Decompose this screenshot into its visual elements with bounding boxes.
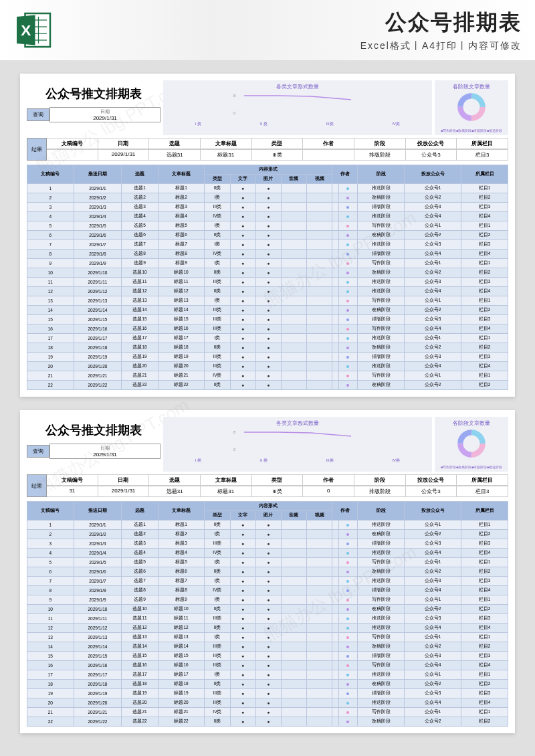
table-row: 222029/1/22选题22标题22 II类●● 改稿阶段公众号2栏目2 [27, 381, 508, 390]
table-row: 192029/1/19选题19标题19 III类●● 排版阶段公众号3栏目3 [27, 689, 508, 698]
table-row: 72029/1/7选题7标题7 I类●● 推送阶段公众号3栏目3 [27, 577, 508, 586]
query-label: 查询 [27, 108, 49, 121]
svg-text:0: 0 [233, 111, 236, 115]
svg-text:X: X [21, 22, 31, 39]
table-row: 102029/1/10选题10标题10 II类●● 改稿阶段公众号2栏目2 [27, 605, 508, 614]
table-row: 92029/1/9选题9标题9 I类●● 写作阶段公众号1栏目1 [27, 595, 508, 605]
table-row: 132029/1/13选题13标题13 I类●● 写作阶段公众号1栏目1 [27, 296, 508, 306]
table-row: 202029/1/20选题20标题20 III类●● 推送阶段公众号4栏目4 [27, 698, 508, 708]
svg-text:0: 0 [233, 448, 236, 452]
query-date-cell[interactable]: 日期 2029/1/31 [49, 107, 160, 122]
table-row: 22029/1/2选题2标题2 I类●● 改稿阶段公众号2栏目2 [27, 193, 508, 203]
table-row: 62029/1/6选题6标题6 II类●● 改稿阶段公众号2栏目2 [27, 567, 508, 577]
svg-text:8: 8 [233, 430, 236, 434]
table-row: 152029/1/15选题15标题15 III类●● 排版阶段公众号3栏目3 [27, 315, 508, 324]
table-row: 22029/1/2选题2标题2 I类●● 改稿阶段公众号2栏目2 [27, 530, 508, 539]
table-row: 162029/1/16选题16标题16 III类●● 写作阶段公众号4栏目4 [27, 324, 508, 334]
table-row: 152029/1/15选题15标题15 III类●● 排版阶段公众号3栏目3 [27, 652, 508, 661]
donut-chart: 各阶段文章数量 ■写作阶段■改稿阶段■排版阶段■推送阶段 [435, 80, 508, 135]
table-row: 112029/1/11选题11标题11 III类●● 推送阶段公众号3栏目3 [27, 614, 508, 624]
table-row: 172029/1/17选题17标题17 I类●● 推送阶段公众号1栏目1 [27, 334, 508, 343]
excel-icon: X [13, 10, 54, 50]
table-row: 162029/1/16选题16标题16 III类●● 写作阶段公众号4栏目4 [27, 661, 508, 670]
svg-text:8: 8 [233, 94, 236, 98]
table-row: 82029/1/8选题8标题8 IV类●● 排版阶段公众号4栏目4 [27, 250, 508, 259]
table-row: 132029/1/13选题13标题13 I类●● 写作阶段公众号1栏目1 [27, 633, 508, 642]
query-date-cell[interactable]: 日期 2029/1/31 [49, 444, 160, 459]
table-row: 42029/1/4选题4标题4 IV类●● 推送阶段公众号4栏目4 [27, 549, 508, 558]
table-row: 42029/1/4选题4标题4 IV类●● 推送阶段公众号4栏目4 [27, 212, 508, 221]
table-row: 32029/1/3选题3标题3 III类●● 排版阶段公众号3栏目3 [27, 203, 508, 212]
table-row: 92029/1/9选题9标题9 I类●● 写作阶段公众号1栏目1 [27, 259, 508, 268]
table-row: 142029/1/14选题14标题14 III类●● 改稿阶段公众号2栏目2 [27, 642, 508, 652]
table-row: 102029/1/10选题10标题10 II类●● 改稿阶段公众号2栏目2 [27, 268, 508, 278]
sheet-title: 公众号推文排期表 [27, 80, 160, 107]
banner-title: 公众号排期表 [63, 8, 522, 37]
query-label: 查询 [27, 445, 49, 458]
spreadsheet-preview: 公众号推文排期表 查询 日期 2029/1/31 各类文章形式数量 8 0 I … [20, 74, 515, 397]
donut-chart: 各阶段文章数量 ■写作阶段■改稿阶段■排版阶段■推送阶段 [435, 417, 508, 472]
table-row: 62029/1/6选题6标题6 II类●● 改稿阶段公众号2栏目2 [27, 231, 508, 240]
table-row: 82029/1/8选题8标题8 IV类●● 排版阶段公众号4栏目4 [27, 586, 508, 595]
table-row: 122029/1/12选题12标题12 II类●● 推送阶段公众号4栏目4 [27, 624, 508, 633]
table-row: 122029/1/12选题12标题12 II类●● 推送阶段公众号4栏目4 [27, 287, 508, 296]
table-row: 112029/1/11选题11标题11 III类●● 推送阶段公众号3栏目3 [27, 278, 508, 287]
line-chart: 各类文章形式数量 8 0 I 类II 类III类IV类 [163, 417, 432, 472]
page-area: 熊猫办公 lbg.PPT.com 熊猫办公 lbg.PPT.com 熊猫办公 l… [0, 60, 535, 756]
table-row: 12029/1/1选题1标题1 II类●● 推送阶段公众号1栏目1 [27, 184, 508, 193]
table-row: 32029/1/3选题3标题3 III类●● 排版阶段公众号3栏目3 [27, 539, 508, 549]
banner-subtitle: Excel格式丨A4打印丨内容可修改 [63, 40, 522, 52]
table-row: 72029/1/7选题7标题7 I类●● 推送阶段公众号3栏目3 [27, 240, 508, 250]
table-row: 142029/1/14选题14标题14 III类●● 改稿阶段公众号2栏目2 [27, 306, 508, 315]
table-row: 202029/1/20选题20标题20 III类●● 推送阶段公众号4栏目4 [27, 362, 508, 371]
table-row: 52029/1/5选题5标题5 I类●● 写作阶段公众号1栏目1 [27, 221, 508, 231]
result-row: 结果 文稿编号日期选题文章标题类型作者阶段投放公众号所属栏目 2029/1/31… [27, 138, 508, 161]
table-row: 182029/1/18选题18标题18 II类●● 改稿阶段公众号2栏目2 [27, 343, 508, 353]
table-row: 192029/1/19选题19标题19 III类●● 排版阶段公众号3栏目3 [27, 353, 508, 362]
sheet-title: 公众号推文排期表 [27, 417, 160, 444]
table-row: 182029/1/18选题18标题18 II类●● 改稿阶段公众号2栏目2 [27, 680, 508, 689]
table-row: 12029/1/1选题1标题1 II类●● 推送阶段公众号1栏目1 [27, 521, 508, 530]
banner: X 公众号排期表 Excel格式丨A4打印丨内容可修改 [0, 0, 535, 60]
data-table: 文稿编号推送日期 选题文章标题 内容形式 作者阶段 投放公众号所属栏目 类型文字… [27, 165, 508, 390]
spreadsheet-preview: 公众号推文排期表 查询 日期 2029/1/31 各类文章形式数量 8 0 I … [20, 410, 515, 733]
data-table: 文稿编号推送日期 选题文章标题 内容形式 作者阶段 投放公众号所属栏目 类型文字… [27, 501, 508, 727]
table-row: 52029/1/5选题5标题5 I类●● 写作阶段公众号1栏目1 [27, 558, 508, 567]
table-row: 212029/1/21选题21标题21 IV类●● 写作阶段公众号1栏目1 [27, 708, 508, 717]
result-row: 结果 文稿编号日期选题文章标题类型作者阶段投放公众号所属栏目 312029/1/… [27, 474, 508, 497]
table-row: 212029/1/21选题21标题21 IV类●● 写作阶段公众号1栏目1 [27, 371, 508, 381]
line-chart: 各类文章形式数量 8 0 I 类II 类III类IV类 [163, 80, 432, 135]
table-row: 222029/1/22选题22标题22 II类●● 改稿阶段公众号2栏目2 [27, 717, 508, 727]
table-row: 172029/1/17选题17标题17 I类●● 推送阶段公众号1栏目1 [27, 670, 508, 680]
